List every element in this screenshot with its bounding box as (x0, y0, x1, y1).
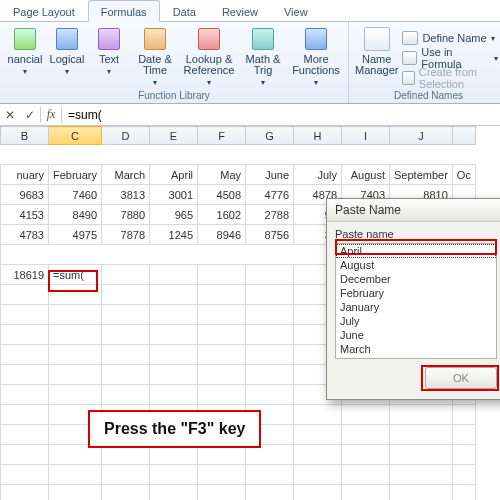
tag-icon (402, 31, 418, 45)
create-from-selection-button[interactable]: Create from Selection (400, 68, 500, 88)
book-icon (195, 26, 223, 52)
col-header[interactable]: I (342, 127, 390, 145)
cell[interactable]: May (198, 165, 246, 185)
logical-button[interactable]: Logical ▾ (46, 24, 88, 88)
name-manager-icon (363, 26, 391, 52)
math-button[interactable]: Math & Trig ▾ (238, 24, 288, 88)
tab-review[interactable]: Review (209, 0, 271, 22)
tab-formulas[interactable]: Formulas (88, 0, 160, 22)
list-item[interactable]: June (336, 328, 496, 342)
cell[interactable]: 1602 (198, 205, 246, 225)
group-label-defined-names: Defined Names (353, 89, 500, 103)
name-manager-button[interactable]: Name Manager (353, 24, 400, 76)
col-header[interactable]: J (390, 127, 453, 145)
cell[interactable]: 4975 (49, 225, 102, 245)
col-header[interactable] (452, 127, 475, 145)
instruction-callout: Press the "F3" key (88, 410, 261, 448)
cell[interactable]: 2788 (246, 205, 294, 225)
logical-label: Logical (50, 54, 85, 65)
cell[interactable]: 965 (150, 205, 198, 225)
cell[interactable]: 4776 (246, 185, 294, 205)
financial-label: nancial (8, 54, 43, 65)
cell[interactable]: 18619 (1, 265, 49, 285)
col-header[interactable]: D (102, 127, 150, 145)
cell[interactable]: June (246, 165, 294, 185)
more-functions-button[interactable]: More Functions ▾ (288, 24, 344, 88)
paste-name-listbox[interactable]: April August December February January J… (335, 243, 497, 359)
chevron-down-icon: ▾ (494, 54, 498, 63)
chevron-down-icon: ▾ (207, 77, 211, 88)
dialog-label-suffix: ame (372, 228, 393, 240)
chevron-down-icon: ▾ (314, 77, 318, 88)
lookup-button[interactable]: Lookup & Reference ▾ (180, 24, 238, 88)
cell[interactable]: 7460 (49, 185, 102, 205)
chevron-down-icon: ▾ (107, 66, 111, 77)
cell[interactable]: 7880 (102, 205, 150, 225)
col-header[interactable]: C (49, 127, 102, 145)
tab-data[interactable]: Data (160, 0, 209, 22)
list-item[interactable]: March (336, 342, 496, 356)
active-cell[interactable]: =sum( (49, 265, 102, 285)
cell[interactable]: September (390, 165, 453, 185)
cell[interactable]: 3001 (150, 185, 198, 205)
cell[interactable]: 8756 (246, 225, 294, 245)
cell[interactable]: April (150, 165, 198, 185)
fx-button[interactable]: fx (41, 107, 61, 122)
list-item[interactable]: December (336, 272, 496, 286)
list-item[interactable]: April (336, 244, 496, 258)
fx-icon (402, 51, 417, 65)
define-name-button[interactable]: Define Name ▾ (400, 28, 500, 48)
cell[interactable]: 8946 (198, 225, 246, 245)
cell[interactable]: Oc (452, 165, 475, 185)
cell[interactable]: 1245 (150, 225, 198, 245)
date-time-button[interactable]: Date & Time ▾ (130, 24, 180, 88)
dialog-label-prefix: Paste (335, 228, 366, 240)
book-icon (11, 26, 39, 52)
paste-name-dialog: Paste Name Paste name April August Decem… (326, 198, 500, 400)
cell[interactable]: 4783 (1, 225, 49, 245)
formula-bar: ✕ ✓ fx (0, 104, 500, 126)
cell[interactable]: nuary (1, 165, 49, 185)
tab-view[interactable]: View (271, 0, 321, 22)
chevron-down-icon: ▾ (153, 77, 157, 88)
cell[interactable]: 9683 (1, 185, 49, 205)
col-header[interactable]: H (294, 127, 342, 145)
enter-formula-button[interactable]: ✓ (20, 108, 40, 122)
list-item[interactable]: January (336, 300, 496, 314)
table-row[interactable]: nuary February March April May June July… (1, 165, 476, 185)
col-header[interactable]: B (1, 127, 49, 145)
cancel-formula-button[interactable]: ✕ (0, 108, 20, 122)
formula-input[interactable] (62, 105, 500, 125)
col-header[interactable]: E (150, 127, 198, 145)
cell[interactable]: July (294, 165, 342, 185)
math-label: Math & Trig (240, 54, 286, 76)
more-functions-label: More Functions (290, 54, 342, 76)
dialog-title: Paste Name (327, 199, 500, 222)
group-label-function-library: Function Library (4, 89, 344, 103)
cell[interactable]: 4508 (198, 185, 246, 205)
dialog-label: Paste name (335, 228, 497, 240)
cell[interactable]: August (342, 165, 390, 185)
cell[interactable]: 3813 (102, 185, 150, 205)
ribbon-group-function-library: nancial ▾ Logical ▾ Text ▾ Date & Time ▾… (0, 22, 349, 103)
col-header[interactable]: G (246, 127, 294, 145)
selection-icon (402, 71, 414, 85)
list-item[interactable]: February (336, 286, 496, 300)
book-icon (53, 26, 81, 52)
tab-page-layout[interactable]: Page Layout (0, 0, 88, 22)
lookup-label: Lookup & Reference (182, 54, 236, 76)
ok-button[interactable]: OK (425, 367, 497, 389)
ribbon: nancial ▾ Logical ▾ Text ▾ Date & Time ▾… (0, 22, 500, 104)
text-button[interactable]: Text ▾ (88, 24, 130, 88)
cell[interactable]: 7878 (102, 225, 150, 245)
col-header[interactable]: F (198, 127, 246, 145)
list-item[interactable]: July (336, 314, 496, 328)
list-item[interactable]: August (336, 258, 496, 272)
cell[interactable]: February (49, 165, 102, 185)
cell[interactable]: 4153 (1, 205, 49, 225)
financial-button[interactable]: nancial ▾ (4, 24, 46, 88)
cell[interactable]: 8490 (49, 205, 102, 225)
use-in-formula-button[interactable]: Use in Formula ▾ (400, 48, 500, 68)
ribbon-tabs: Page Layout Formulas Data Review View (0, 0, 500, 22)
cell[interactable]: March (102, 165, 150, 185)
